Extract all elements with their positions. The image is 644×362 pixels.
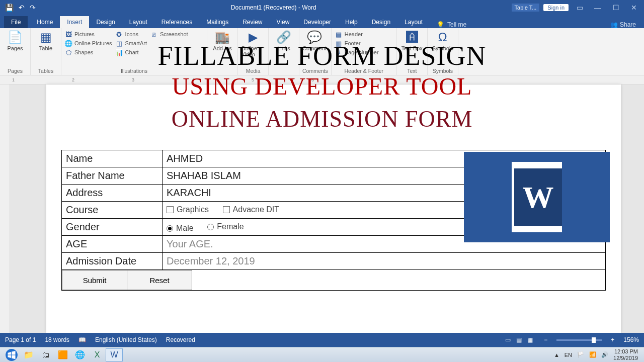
tab-developer[interactable]: Developer (296, 16, 338, 28)
ribbon-tabs: File Home Insert Design Layout Reference… (0, 15, 644, 28)
spellcheck-icon[interactable]: 📖 (78, 336, 86, 343)
zoom-level[interactable]: 156% (623, 336, 639, 343)
course-graphics-checkbox[interactable]: Graphics (167, 205, 209, 214)
tell-me-search[interactable]: 💡Tell me (437, 21, 466, 28)
zoom-slider[interactable] (556, 339, 602, 341)
undo-icon[interactable]: ↶ (19, 4, 25, 12)
tray-volume-icon[interactable]: 🔊 (601, 351, 608, 358)
page-number-button[interactable]: #Page Number (335, 48, 379, 56)
pages-icon: 📄 (8, 30, 23, 44)
header-button[interactable]: ▤Header (335, 30, 379, 38)
comment-button[interactable]: 💬Comment (302, 30, 327, 51)
status-page[interactable]: Page 1 of 1 (5, 336, 36, 343)
tray-network-icon[interactable]: 📶 (589, 351, 596, 358)
maximize-icon[interactable]: ☐ (609, 4, 623, 12)
tab-view[interactable]: View (270, 16, 297, 28)
web-layout-icon[interactable]: ▦ (527, 336, 533, 343)
tab-review[interactable]: Review (235, 16, 269, 28)
textbox-icon: 🅰 (406, 30, 418, 44)
tray-clock[interactable]: 12:03 PM 12/9/2019 (613, 348, 638, 360)
taskbar-media[interactable]: 🟧 (54, 348, 71, 361)
shapes-button[interactable]: ⬠Shapes (64, 48, 112, 56)
print-layout-icon[interactable]: ▤ (516, 336, 522, 343)
video-icon: ▶ (249, 30, 258, 44)
smartart-button[interactable]: ◫SmartArt (115, 39, 147, 47)
share-button[interactable]: 👥Share (610, 21, 644, 28)
links-button[interactable]: 🔗Links (272, 30, 296, 51)
status-words[interactable]: 18 words (45, 336, 69, 343)
taskbar-explorer[interactable]: 📁 (20, 348, 37, 361)
tab-table-layout[interactable]: Layout (397, 16, 430, 28)
horizontal-ruler[interactable]: 123456 (0, 75, 644, 84)
pagenum-icon: # (335, 48, 343, 56)
date-field[interactable]: December 12, 2019 (163, 253, 606, 270)
word-w-icon: W (514, 168, 562, 226)
group-media: Media (241, 67, 265, 74)
status-language[interactable]: English (United States) (95, 336, 157, 343)
tab-home[interactable]: Home (30, 16, 60, 28)
tab-insert[interactable]: Insert (60, 16, 89, 28)
table-tools-label: Table T... (512, 4, 540, 12)
pages-button[interactable]: 📄Pages (3, 30, 27, 51)
footer-icon: ▥ (335, 39, 343, 47)
group-text: Text (400, 67, 424, 74)
checkbox-icon (223, 206, 230, 213)
title-bar: 💾 ↶ ↷ Document1 (Recovered) - Word Table… (0, 0, 644, 15)
addins-button[interactable]: 🏬Add-ins (210, 30, 234, 51)
taskbar-library[interactable]: 🗂 (37, 348, 54, 361)
taskbar-excel[interactable]: X (89, 348, 106, 361)
footer-button[interactable]: ▥Footer (335, 39, 379, 47)
pictures-button[interactable]: 🖼Pictures (64, 30, 112, 38)
screenshot-button[interactable]: ⎚Screenshot (150, 30, 188, 38)
group-symbols: Symbols (431, 67, 455, 74)
table-button[interactable]: ▦Table (34, 30, 58, 51)
group-pages: Pages (3, 67, 27, 74)
smartart-icon: ◫ (115, 39, 123, 47)
globe-picture-icon: 🌐 (64, 39, 72, 47)
reset-button[interactable]: Reset (127, 270, 192, 290)
group-tables: Tables (34, 67, 58, 74)
group-comments: Comments (302, 67, 328, 74)
icons-button[interactable]: ✪Icons (115, 30, 147, 38)
sign-in-button[interactable]: Sign in (543, 4, 569, 11)
close-icon[interactable]: ✕ (627, 4, 641, 12)
link-icon: 🔗 (276, 30, 291, 44)
symbols-button[interactable]: ΩSymbols (431, 30, 455, 51)
tab-file[interactable]: File (4, 16, 28, 28)
window-title: Document1 (Recovered) - Word (36, 4, 512, 11)
start-button[interactable] (3, 348, 20, 362)
taskbar-chrome[interactable]: 🌐 (71, 348, 89, 361)
zoom-in-icon[interactable]: + (611, 336, 614, 343)
gender-male-radio[interactable]: Male (167, 224, 194, 233)
course-advancedit-checkbox[interactable]: Advacne DIT (223, 205, 279, 214)
radio-icon (207, 224, 214, 230)
group-header-footer: Header & Footer (335, 67, 393, 74)
picture-icon: 🖼 (64, 30, 72, 38)
tab-table-design[interactable]: Design (365, 16, 397, 28)
vertical-ruler[interactable] (0, 84, 10, 333)
tray-flag-icon[interactable]: 🏳️ (577, 351, 584, 358)
tab-design[interactable]: Design (89, 16, 122, 28)
bulb-icon: 💡 (437, 21, 444, 28)
status-recovered[interactable]: Recovered (166, 336, 195, 343)
submit-button[interactable]: Submit (62, 270, 127, 290)
tray-lang[interactable]: EN (565, 352, 572, 358)
ribbon-options-icon[interactable]: ▭ (573, 4, 587, 12)
online-pictures-button[interactable]: 🌐Online Pictures (64, 39, 112, 47)
tab-layout[interactable]: Layout (122, 16, 154, 28)
redo-icon[interactable]: ↷ (30, 4, 36, 12)
gender-female-radio[interactable]: Female (207, 222, 244, 231)
save-icon[interactable]: 💾 (5, 4, 14, 12)
minimize-icon[interactable]: ― (591, 4, 605, 12)
tab-mailings[interactable]: Mailings (199, 16, 235, 28)
chart-button[interactable]: 📊Chart (115, 48, 147, 56)
tab-references[interactable]: References (154, 16, 199, 28)
taskbar-word[interactable]: W (106, 348, 123, 361)
addins-icon: 🏬 (215, 30, 230, 44)
tab-help[interactable]: Help (338, 16, 365, 28)
tray-expand-icon[interactable]: ▲ (554, 352, 559, 358)
text-box-button[interactable]: 🅰Text Box (400, 30, 424, 51)
read-mode-icon[interactable]: ▭ (505, 336, 511, 343)
zoom-out-icon[interactable]: − (544, 336, 547, 343)
online-video-button[interactable]: ▶Online Video (241, 30, 265, 57)
